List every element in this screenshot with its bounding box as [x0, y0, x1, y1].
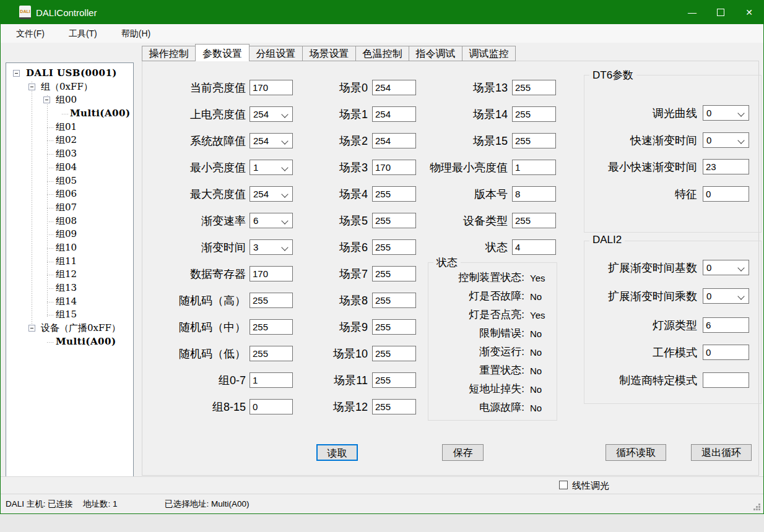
tree-item-group05[interactable]: 组05: [6, 174, 133, 188]
scene7-input[interactable]: [372, 266, 416, 281]
tree-item-group04[interactable]: 组04: [6, 161, 133, 174]
group-8-15-input[interactable]: [250, 399, 293, 414]
tree-item-group00[interactable]: 组00: [6, 93, 133, 107]
tab-grouping-settings[interactable]: 分组设置: [249, 46, 303, 61]
read-button[interactable]: 读取: [316, 444, 358, 461]
tab-debug-monitor[interactable]: 调试监控: [462, 46, 516, 61]
scene2-input[interactable]: [372, 133, 416, 148]
tree-collapse-icon[interactable]: [28, 325, 35, 332]
dt6-groupbox: DT6参数 调光曲线0 快速渐变时间0 最小快速渐变时间 特征: [584, 75, 762, 233]
chevron-down-icon: [737, 137, 744, 144]
tree-collapse-icon[interactable]: [43, 97, 50, 103]
menu-help[interactable]: 帮助(H): [113, 24, 159, 43]
random-high-input[interactable]: [250, 293, 293, 308]
device-type-input[interactable]: [512, 213, 556, 228]
scene8-input[interactable]: [372, 293, 416, 308]
tree-item-group01[interactable]: 组01: [6, 121, 133, 134]
scene0-input[interactable]: [372, 80, 416, 95]
tree-item-group10[interactable]: 组10: [6, 241, 133, 255]
random-mid-input[interactable]: [250, 319, 293, 335]
system-failure-level-select[interactable]: 254: [250, 133, 293, 148]
tree-item-dali-usb[interactable]: DALI USB(0001): [6, 67, 133, 80]
save-button[interactable]: 保存: [442, 444, 484, 461]
chevron-down-icon: [281, 191, 288, 197]
scene6-input[interactable]: [372, 239, 416, 255]
tree-item-group08[interactable]: 组08: [6, 215, 133, 228]
close-button[interactable]: ✕: [735, 1, 763, 24]
tree-item-group12[interactable]: 组12: [6, 268, 133, 281]
tree-item-group06[interactable]: 组06: [6, 187, 133, 201]
ext-fade-time-base-select[interactable]: 0: [703, 260, 749, 275]
scene4-input[interactable]: [372, 186, 416, 202]
tree-item-group11[interactable]: 组11: [6, 255, 133, 268]
scene14-input[interactable]: [512, 106, 556, 122]
field-data-register: 数据寄存器: [160, 266, 294, 282]
menu-file[interactable]: 文件(F): [7, 24, 53, 43]
group-0-7-input[interactable]: [250, 372, 293, 388]
scene12-input[interactable]: [372, 399, 416, 414]
loop-read-button[interactable]: 循环读取: [606, 444, 666, 461]
minimize-button[interactable]: —: [678, 1, 706, 24]
tab-color-temp-control[interactable]: 色温控制: [355, 46, 409, 61]
tab-command-debug[interactable]: 指令调试: [409, 46, 462, 61]
tree-item-multi-a00-2[interactable]: Multi(A00): [6, 335, 133, 349]
tree-collapse-icon[interactable]: [13, 70, 20, 77]
tree-collapse-icon[interactable]: [28, 84, 35, 90]
linear-dimming-checkbox[interactable]: [559, 481, 568, 489]
menu-tools[interactable]: 工具(T): [60, 24, 106, 43]
operating-mode-input[interactable]: [703, 345, 749, 360]
exit-loop-button[interactable]: 退出循环: [691, 444, 752, 461]
data-register-input[interactable]: [250, 266, 293, 281]
dimming-curve-select[interactable]: 0: [703, 105, 749, 121]
fade-time-select[interactable]: 3: [250, 239, 293, 255]
min-level-select[interactable]: 1: [250, 160, 293, 175]
maximize-button[interactable]: [706, 1, 735, 24]
status-bar: DALI 主机: 已连接 地址数: 1 已选择地址: Multi(A00): [1, 494, 763, 514]
tree-item-group14[interactable]: 组14: [6, 295, 133, 309]
tree-item-group-root[interactable]: 组（0xFF）: [6, 80, 133, 94]
dali2-group-title: DALI2: [589, 234, 625, 246]
scene3-input[interactable]: [372, 160, 416, 175]
tree-item-group07[interactable]: 组07: [6, 201, 133, 215]
current-level-input[interactable]: [250, 80, 293, 95]
scene13-input[interactable]: [512, 80, 556, 95]
tree-item-group15[interactable]: 组15: [6, 308, 133, 322]
max-level-select[interactable]: 254: [250, 186, 293, 202]
scene10-input[interactable]: [372, 346, 416, 361]
field-scene11: 场景11: [310, 372, 417, 388]
scene15-input[interactable]: [512, 133, 556, 148]
tree-item-multi-a00[interactable]: Multi(A00): [6, 107, 133, 121]
field-fast-fade-time: 快速渐变时间0: [584, 132, 760, 148]
field-device-type: 设备类型: [428, 213, 557, 229]
scene1-input[interactable]: [372, 106, 416, 122]
manufacturer-mode-input[interactable]: [703, 372, 749, 388]
random-low-input[interactable]: [250, 346, 293, 361]
tree-item-group03[interactable]: 组03: [6, 147, 133, 161]
fast-fade-time-select[interactable]: 0: [703, 132, 749, 148]
chevron-down-icon: [281, 164, 288, 171]
fade-rate-select[interactable]: 6: [250, 213, 293, 228]
ext-fade-time-multiplier-select[interactable]: 0: [703, 288, 749, 304]
scene9-input[interactable]: [372, 319, 416, 335]
power-on-level-select[interactable]: 254: [250, 106, 293, 122]
status-value: Yes: [530, 308, 545, 323]
scene11-input[interactable]: [372, 372, 416, 388]
status-value-input[interactable]: [512, 239, 556, 255]
field-scene4: 场景4: [310, 186, 417, 202]
resize-grip[interactable]: [753, 504, 761, 511]
scene5-input[interactable]: [372, 213, 416, 228]
tab-operation-control[interactable]: 操作控制: [142, 46, 196, 61]
chevron-down-icon: [281, 111, 288, 118]
features-input[interactable]: [703, 186, 749, 202]
tree-item-group09[interactable]: 组09: [6, 228, 133, 241]
physical-min-level-input[interactable]: [512, 160, 556, 175]
light-source-type-input[interactable]: [703, 317, 749, 333]
tab-scene-settings[interactable]: 场景设置: [302, 46, 356, 61]
tree-item-group02[interactable]: 组02: [6, 134, 133, 147]
linear-dimming-label: 线性调光: [572, 477, 609, 494]
tree-item-device-broadcast[interactable]: 设备（广播0xFF）: [6, 322, 133, 335]
min-fast-fade-time-input[interactable]: [703, 159, 749, 174]
tree-item-group13[interactable]: 组13: [6, 281, 133, 295]
tab-parameter-settings[interactable]: 参数设置: [195, 44, 250, 61]
version-number-input[interactable]: [512, 186, 556, 202]
